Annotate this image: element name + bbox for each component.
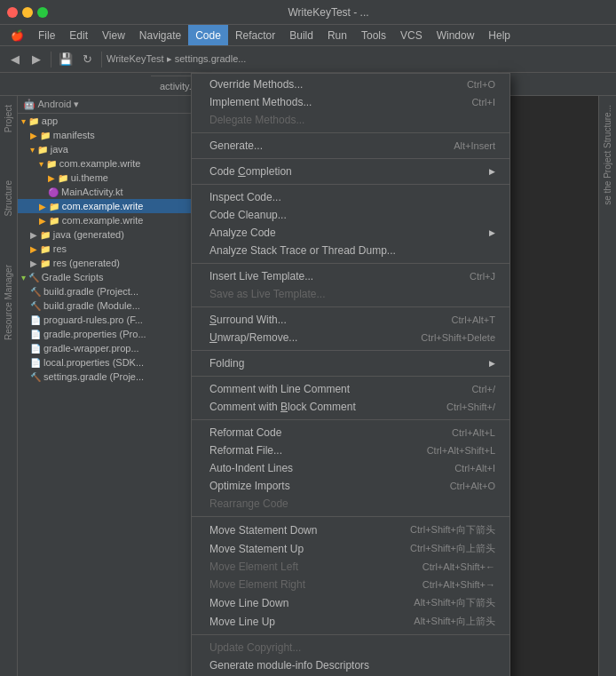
side-label-resource[interactable]: Resource Manager: [2, 259, 15, 346]
toolbar-sync[interactable]: ↻: [77, 50, 97, 69]
auto-indent-label: Auto-Indent Lines: [209, 462, 293, 474]
menu-code-cleanup[interactable]: Code Cleanup...: [192, 206, 509, 224]
menu-optimize-imports[interactable]: Optimize Imports Ctrl+Alt+O: [192, 477, 509, 495]
menu-move-line-down[interactable]: Move Line Down Alt+Shift+向下箭头: [192, 593, 509, 612]
menu-move-line-up[interactable]: Move Line Up Alt+Shift+向上箭头: [192, 612, 509, 631]
menu-move-stmt-up[interactable]: Move Statement Up Ctrl+Shift+向上箭头: [192, 539, 509, 558]
tree-label-pkg2: com.example.write: [62, 201, 144, 211]
menu-folding[interactable]: Folding: [192, 354, 509, 372]
menu-vcs[interactable]: VCS: [393, 25, 430, 45]
menu-comment-block[interactable]: Comment with Block Comment Ctrl+Shift+/: [192, 398, 509, 416]
tree-item-gradle-scripts[interactable]: ▾ 🔨 Gradle Scripts: [18, 270, 194, 284]
menu-unwrap[interactable]: Unwrap/Remove... Ctrl+Shift+Delete: [192, 329, 509, 346]
implement-methods-label: Implement Methods...: [209, 96, 312, 108]
tree-item-java-gen[interactable]: ▶ 📁 java (generated): [18, 227, 194, 242]
tree-item-build-proj[interactable]: 🔨 build.gradle (Project...: [18, 284, 194, 298]
folding-label: Folding: [209, 357, 244, 370]
tree-item-mainactivity[interactable]: 🟣 MainActivity.kt: [18, 185, 194, 199]
move-elem-left-label: Move Element Left: [209, 561, 298, 573]
menu-move-stmt-down[interactable]: Move Statement Down Ctrl+Shift+向下箭头: [192, 521, 509, 539]
tree-item-build-mod[interactable]: 🔨 build.gradle (Module...: [18, 298, 194, 313]
menu-navigate[interactable]: Navigate: [132, 25, 188, 45]
menu-update-copyright: Update Copyright...: [192, 639, 509, 656]
tree-item-pkg2[interactable]: ▶ 📁 com.example.write: [18, 199, 194, 213]
menu-inspect-code[interactable]: Inspect Code...: [192, 188, 509, 206]
toolbar-save[interactable]: 💾: [56, 50, 75, 69]
tree-item-proguard[interactable]: 📄 proguard-rules.pro (F...: [18, 313, 194, 327]
menu-analyze-stack[interactable]: Analyze Stack Trace or Thread Dump...: [192, 242, 509, 259]
close-button[interactable]: [7, 7, 18, 18]
minimize-button[interactable]: [22, 7, 33, 18]
menu-implement-methods[interactable]: Implement Methods... Ctrl+I: [192, 93, 509, 111]
folder-icon-resgen: ▶ 📁: [30, 258, 51, 268]
menu-help[interactable]: Help: [481, 25, 517, 45]
tree-item-res[interactable]: ▶ 📁 res: [18, 242, 194, 256]
menu-window[interactable]: Window: [430, 25, 482, 45]
menu-reformat-code[interactable]: Reformat Code Ctrl+Alt+L: [192, 424, 509, 441]
tree-item-settings[interactable]: 🔨 settings.gradle (Proje...: [18, 370, 194, 384]
tree-item-res-gen[interactable]: ▶ 📁 res (generated): [18, 256, 194, 270]
tree-item-uitheme[interactable]: ▶ 📁 ui.theme: [18, 171, 194, 185]
tree-item-pkg1[interactable]: ▾ 📁 com.example.write: [18, 156, 194, 171]
menu-edit[interactable]: Edit: [62, 25, 95, 45]
pro-icon-pg: 📄: [30, 315, 41, 325]
move-line-up-shortcut: Alt+Shift+向上箭头: [414, 615, 495, 628]
menu-code-completion[interactable]: Code Completion: [192, 163, 509, 180]
menu-section-11: Update Copyright... Generate module-info…: [192, 637, 509, 676]
menu-generate[interactable]: Generate... Alt+Insert: [192, 137, 509, 155]
window-title: WriteKeyTest - ...: [288, 6, 368, 19]
toolbar-sep1: [51, 52, 51, 68]
tree-label-jgen: java (generated): [53, 229, 124, 240]
menu-section-7: Folding: [192, 353, 509, 374]
tree-label-sg: settings.gradle (Proje...: [43, 371, 144, 382]
side-label-project[interactable]: Project: [2, 99, 15, 138]
tree-label-manifests: manifests: [53, 130, 95, 140]
menu-surround-with[interactable]: Surround With... Ctrl+Alt+T: [192, 311, 509, 329]
override-methods-shortcut: Ctrl+O: [467, 79, 495, 90]
optimize-imports-label: Optimize Imports: [209, 480, 290, 492]
maximize-button[interactable]: [37, 7, 48, 18]
sep-9: [192, 516, 509, 517]
menu-reformat-file[interactable]: Reformat File... Ctrl+Alt+Shift+L: [192, 441, 509, 459]
breadcrumb: WriteKeyTest ▸ settings.gradle...: [107, 53, 246, 65]
menu-generate-module-info[interactable]: Generate module-info Descriptors: [192, 656, 509, 674]
menu-move-elem-left: Move Element Left Ctrl+Alt+Shift+←: [192, 558, 509, 576]
menu-comment-line[interactable]: Comment with Line Comment Ctrl+/: [192, 380, 509, 398]
save-live-label: Save as Live Template...: [209, 288, 326, 300]
menu-auto-indent[interactable]: Auto-Indent Lines Ctrl+Alt+I: [192, 459, 509, 477]
folder-icon-jgen: ▶ 📁: [30, 230, 51, 240]
folder-icon-pkg1: ▾ 📁: [39, 159, 57, 169]
menu-section-8: Comment with Line Comment Ctrl+/ Comment…: [192, 378, 509, 418]
tree-item-manifests[interactable]: ▶ 📁 manifests: [18, 128, 194, 142]
side-label-right1[interactable]: se the Project Structure...: [601, 99, 614, 211]
tree-item-gradle-wrap[interactable]: 📄 gradle-wrapper.prop...: [18, 341, 194, 355]
right-panel: se the Project Structure...: [598, 96, 616, 676]
menu-override-methods[interactable]: Override Methods... Ctrl+O: [192, 76, 509, 93]
menu-analyze-code[interactable]: Analyze Code: [192, 224, 509, 242]
menu-run[interactable]: Run: [320, 25, 354, 45]
menu-code[interactable]: Code: [188, 25, 228, 45]
reformat-code-shortcut: Ctrl+Alt+L: [452, 427, 495, 438]
menu-build[interactable]: Build: [282, 25, 320, 45]
toolbar-forward[interactable]: ▶: [27, 50, 46, 69]
menu-tools[interactable]: Tools: [354, 25, 393, 45]
menu-file[interactable]: File: [31, 25, 62, 45]
gradle-icon-bp: 🔨: [30, 287, 41, 297]
tree-label-pg: proguard-rules.pro (F...: [43, 314, 143, 325]
tree-item-java[interactable]: ▾ 📁 java: [18, 142, 194, 156]
menu-insert-live-template[interactable]: Insert Live Template... Ctrl+J: [192, 267, 509, 285]
side-label-structure[interactable]: Structure: [2, 175, 15, 222]
tree-item-app[interactable]: ▾ 📁 app: [18, 114, 194, 128]
menu-apple[interactable]: 🍎: [4, 25, 31, 45]
sep-7: [192, 376, 509, 377]
move-elem-right-label: Move Element Right: [209, 578, 305, 591]
tree-item-gradle-props[interactable]: 📄 gradle.properties (Pro...: [18, 327, 194, 341]
tree-item-pkg3[interactable]: ▶ 📁 com.example.write: [18, 213, 194, 227]
menu-refactor[interactable]: Refactor: [228, 25, 282, 45]
menu-section-10: Move Statement Down Ctrl+Shift+向下箭头 Move…: [192, 519, 509, 632]
analyze-code-label: Analyze Code: [209, 227, 276, 239]
toolbar-back[interactable]: ◀: [5, 50, 25, 69]
rearrange-code-label: Rearrange Code: [209, 497, 288, 510]
menu-view[interactable]: View: [95, 25, 132, 45]
tree-item-local-props[interactable]: 📄 local.properties (SDK...: [18, 355, 194, 370]
